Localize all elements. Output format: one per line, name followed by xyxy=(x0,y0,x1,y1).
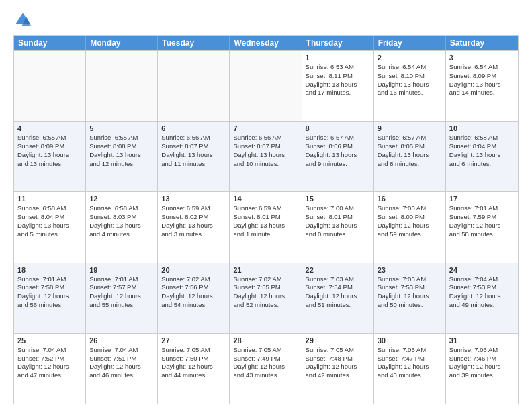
cell-line: and 1 minute. xyxy=(233,230,298,239)
cell-line: Sunrise: 6:58 AM xyxy=(449,134,515,142)
cell-line: Sunset: 8:10 PM xyxy=(378,72,442,81)
cell-line: Daylight: 13 hours xyxy=(306,151,370,160)
day-cell-13: 13Sunrise: 6:59 AMSunset: 8:02 PMDayligh… xyxy=(158,192,230,262)
cell-line: and 56 minutes. xyxy=(17,301,82,310)
day-number: 27 xyxy=(161,336,226,345)
cell-line: Sunset: 8:01 PM xyxy=(233,213,298,222)
day-number: 20 xyxy=(161,266,226,274)
cell-line: Sunset: 8:04 PM xyxy=(449,142,515,151)
cell-line: Sunrise: 7:03 AM xyxy=(306,275,370,284)
empty-cell-0-2 xyxy=(158,51,230,121)
header-day-thursday: Thursday xyxy=(302,36,374,50)
cell-line: Daylight: 12 hours xyxy=(449,363,515,371)
cell-line: Sunrise: 6:58 AM xyxy=(17,204,82,213)
calendar-row-2: 11Sunrise: 6:58 AMSunset: 8:04 PMDayligh… xyxy=(14,191,518,262)
day-number: 23 xyxy=(378,266,442,274)
cell-line: Daylight: 12 hours xyxy=(89,292,154,301)
cell-line: Daylight: 13 hours xyxy=(161,222,226,230)
day-cell-27: 27Sunrise: 7:05 AMSunset: 7:50 PMDayligh… xyxy=(158,334,230,404)
day-cell-25: 25Sunrise: 7:04 AMSunset: 7:52 PMDayligh… xyxy=(14,334,86,404)
cell-line: Sunrise: 6:56 AM xyxy=(233,134,298,142)
cell-line: Sunset: 7:53 PM xyxy=(449,283,515,292)
cell-line: Sunrise: 6:54 AM xyxy=(449,63,515,72)
cell-line: and 46 minutes. xyxy=(89,371,154,380)
day-cell-8: 8Sunrise: 6:57 AMSunset: 8:06 PMDaylight… xyxy=(302,122,374,191)
cell-line: Sunrise: 7:00 AM xyxy=(378,204,442,213)
cell-line: Daylight: 12 hours xyxy=(306,363,370,371)
cell-line: Daylight: 12 hours xyxy=(449,292,515,301)
day-cell-10: 10Sunrise: 6:58 AMSunset: 8:04 PMDayligh… xyxy=(446,122,518,191)
header-day-tuesday: Tuesday xyxy=(158,36,230,50)
cell-line: Sunset: 8:09 PM xyxy=(449,72,515,81)
cell-line: and 12 minutes. xyxy=(89,160,154,169)
day-number: 22 xyxy=(306,266,370,274)
cell-line: Daylight: 12 hours xyxy=(17,292,82,301)
cell-line: Sunset: 7:58 PM xyxy=(17,283,82,292)
day-cell-21: 21Sunrise: 7:02 AMSunset: 7:55 PMDayligh… xyxy=(230,263,302,333)
cell-line: Sunset: 7:50 PM xyxy=(161,355,226,363)
empty-cell-0-1 xyxy=(86,51,158,121)
day-cell-31: 31Sunrise: 7:06 AMSunset: 7:46 PMDayligh… xyxy=(446,334,518,404)
day-number: 18 xyxy=(17,266,82,274)
cell-line: Sunset: 8:08 PM xyxy=(89,142,154,151)
cell-line: Sunrise: 7:04 AM xyxy=(89,346,154,355)
cell-line: and 9 minutes. xyxy=(306,160,370,169)
day-cell-5: 5Sunrise: 6:55 AMSunset: 8:08 PMDaylight… xyxy=(86,122,158,191)
cell-line: Sunrise: 7:06 AM xyxy=(449,346,515,355)
cell-line: Daylight: 13 hours xyxy=(233,151,298,160)
cell-line: Sunset: 8:01 PM xyxy=(306,213,370,222)
cell-line: and 3 minutes. xyxy=(161,230,226,239)
cell-line: and 39 minutes. xyxy=(449,371,515,380)
cell-line: Daylight: 12 hours xyxy=(89,363,154,371)
day-number: 13 xyxy=(161,195,226,203)
cell-line: Sunset: 7:55 PM xyxy=(233,283,298,292)
cell-line: Sunset: 8:00 PM xyxy=(378,213,442,222)
day-cell-18: 18Sunrise: 7:01 AMSunset: 7:58 PMDayligh… xyxy=(14,263,86,333)
cell-line: and 52 minutes. xyxy=(233,301,298,310)
cell-line: Daylight: 12 hours xyxy=(306,292,370,301)
day-cell-20: 20Sunrise: 7:02 AMSunset: 7:56 PMDayligh… xyxy=(158,263,230,333)
day-number: 3 xyxy=(449,54,515,62)
cell-line: Sunset: 8:06 PM xyxy=(306,142,370,151)
cell-line: Sunrise: 7:02 AM xyxy=(161,275,226,284)
cell-line: Sunset: 7:57 PM xyxy=(89,283,154,292)
cell-line: Daylight: 13 hours xyxy=(378,81,442,89)
cell-line: Sunrise: 7:01 AM xyxy=(449,204,515,213)
cell-line: and 58 minutes. xyxy=(449,230,515,239)
cell-line: Daylight: 12 hours xyxy=(449,222,515,230)
cell-line: Sunrise: 7:04 AM xyxy=(17,346,82,355)
cell-line: Daylight: 12 hours xyxy=(378,292,442,301)
header-day-friday: Friday xyxy=(374,36,446,50)
day-cell-12: 12Sunrise: 6:58 AMSunset: 8:03 PMDayligh… xyxy=(86,192,158,262)
cell-line: Sunrise: 6:55 AM xyxy=(17,134,82,142)
cell-line: Daylight: 13 hours xyxy=(89,222,154,230)
cell-line: Sunrise: 7:02 AM xyxy=(233,275,298,284)
day-number: 26 xyxy=(89,336,154,345)
cell-line: Daylight: 13 hours xyxy=(449,151,515,160)
cell-line: Sunrise: 6:59 AM xyxy=(233,204,298,213)
header-day-sunday: Sunday xyxy=(14,36,86,50)
cell-line: Daylight: 13 hours xyxy=(17,151,82,160)
cell-line: and 40 minutes. xyxy=(378,371,442,380)
cell-line: Daylight: 13 hours xyxy=(378,151,442,160)
cell-line: and 54 minutes. xyxy=(161,301,226,310)
header xyxy=(13,11,519,30)
cell-line: Sunrise: 6:54 AM xyxy=(378,63,442,72)
cell-line: Sunrise: 7:04 AM xyxy=(449,275,515,284)
day-number: 15 xyxy=(306,195,370,203)
cell-line: Sunrise: 7:01 AM xyxy=(89,275,154,284)
logo xyxy=(13,11,34,30)
day-number: 1 xyxy=(306,54,370,62)
cell-line: Sunset: 7:59 PM xyxy=(449,213,515,222)
day-cell-19: 19Sunrise: 7:01 AMSunset: 7:57 PMDayligh… xyxy=(86,263,158,333)
cell-line: and 5 minutes. xyxy=(17,230,82,239)
day-number: 12 xyxy=(89,195,154,203)
cell-line: Sunset: 8:09 PM xyxy=(17,142,82,151)
day-cell-3: 3Sunrise: 6:54 AMSunset: 8:09 PMDaylight… xyxy=(446,51,518,121)
day-number: 6 xyxy=(161,124,226,132)
day-cell-6: 6Sunrise: 6:56 AMSunset: 8:07 PMDaylight… xyxy=(158,122,230,191)
cell-line: and 17 minutes. xyxy=(306,89,370,97)
day-number: 7 xyxy=(233,124,298,132)
page: SundayMondayTuesdayWednesdayThursdayFrid… xyxy=(0,0,532,411)
calendar-row-0: 1Sunrise: 6:53 AMSunset: 8:11 PMDaylight… xyxy=(14,50,518,121)
